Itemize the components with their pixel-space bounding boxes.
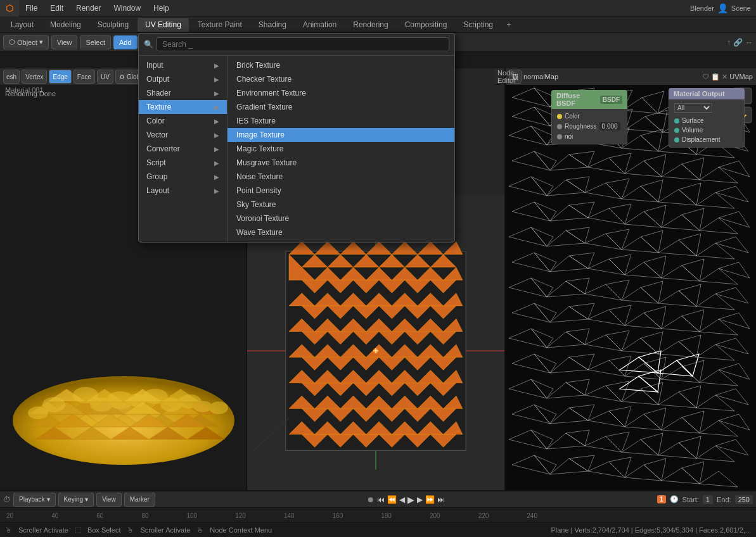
- view-button[interactable]: View: [51, 35, 78, 49]
- tab-uv-editing[interactable]: UV Editing: [138, 18, 189, 32]
- tab-layout[interactable]: Layout: [3, 18, 41, 32]
- texture-gradient[interactable]: Gradient Texture: [227, 100, 454, 114]
- add-workspace-button[interactable]: +: [502, 18, 516, 32]
- start-value[interactable]: 1: [703, 495, 713, 504]
- tab-animation[interactable]: Animation: [295, 18, 344, 32]
- current-frame[interactable]: 1: [657, 495, 666, 503]
- texture-submenu: Brick Texture Checker Texture Environmen…: [227, 56, 454, 242]
- category-color[interactable]: Color ▶: [139, 114, 227, 128]
- tab-sculpting[interactable]: Sculpting: [90, 18, 136, 32]
- texture-image[interactable]: Image Texture: [227, 128, 454, 142]
- next-frame-btn[interactable]: ⏩: [425, 495, 435, 504]
- end-value[interactable]: 250: [735, 495, 753, 504]
- texture-noise[interactable]: Noise Texture: [227, 170, 454, 184]
- top-menu-items: File Edit Render Window Help: [19, 0, 176, 16]
- texture-brick[interactable]: Brick Texture: [227, 58, 454, 72]
- tab-rendering[interactable]: Rendering: [345, 18, 395, 32]
- texture-voronoi[interactable]: Voronoi Texture: [227, 212, 454, 225]
- category-converter[interactable]: Converter ▶: [139, 142, 227, 156]
- color-socket[interactable]: [557, 114, 562, 119]
- status-scroller1: Scroller Activate: [18, 526, 68, 534]
- ruler-mark-1: 20: [6, 512, 13, 519]
- prev-keyframe-btn[interactable]: ◀: [399, 495, 405, 504]
- add-button[interactable]: Add: [113, 35, 138, 49]
- normalmap-uvmap-label: UVMap: [729, 73, 753, 80]
- timeline-view-button[interactable]: View: [96, 493, 122, 507]
- play-btn[interactable]: ▶: [407, 495, 414, 505]
- volume-socket[interactable]: [674, 128, 679, 133]
- tab-shading[interactable]: Shading: [251, 18, 294, 32]
- marker-button[interactable]: Marker: [124, 493, 155, 507]
- category-layout[interactable]: Layout ▶: [139, 184, 227, 198]
- ruler-mark-2: 40: [51, 512, 58, 519]
- surface-socket[interactable]: [674, 118, 679, 123]
- face-mode[interactable]: Face: [74, 70, 95, 84]
- svg-point-35: [90, 398, 113, 412]
- tab-modeling[interactable]: Modeling: [42, 18, 89, 32]
- menu-edit[interactable]: Edit: [44, 0, 70, 16]
- diffuse-bsdf-node[interactable]: Diffuse BSDF BSDF Color Roughness 0.000: [551, 90, 627, 144]
- node-editor-mode-label: Node Editor: [497, 69, 516, 84]
- uv-canvas-area[interactable]: [247, 212, 504, 490]
- record-btn[interactable]: ⏺: [367, 495, 375, 504]
- menu-render[interactable]: Render: [70, 0, 107, 16]
- ruler-mark-12: 240: [527, 512, 537, 519]
- normalmap-name: normalMap: [523, 73, 558, 80]
- prev-frame-btn[interactable]: ⏪: [387, 495, 397, 504]
- material-output-node[interactable]: Material Output All Surface: [669, 88, 745, 148]
- object-icon: ⬡: [9, 38, 15, 46]
- header-icon3: ↔: [745, 38, 753, 47]
- category-vector[interactable]: Vector ▶: [139, 128, 227, 142]
- keying-button[interactable]: Keying ▾: [58, 493, 94, 507]
- timeline-ruler[interactable]: 20 40 60 80 100 120 140 160 180 200 220 …: [0, 508, 756, 523]
- texture-magic[interactable]: Magic Texture: [227, 142, 454, 156]
- noi-socket[interactable]: [557, 134, 562, 139]
- status-bar: 🖱 Scroller Activate ⬚ Box Select 🖱 Scrol…: [0, 522, 756, 537]
- tab-compositing[interactable]: Compositing: [397, 18, 455, 32]
- mesh-selector[interactable]: esh: [3, 70, 20, 84]
- tab-scripting[interactable]: Scripting: [456, 18, 501, 32]
- select-button[interactable]: Select: [80, 35, 111, 49]
- next-keyframe-btn[interactable]: ▶: [417, 495, 423, 504]
- output-dropdown[interactable]: All: [674, 103, 712, 113]
- uv-mode[interactable]: UV: [97, 70, 113, 84]
- normalmap-close[interactable]: ✕: [722, 73, 727, 81]
- texture-ies[interactable]: IES Texture: [227, 114, 454, 128]
- category-input[interactable]: Input ▶: [139, 58, 227, 72]
- roughness-socket[interactable]: [557, 124, 562, 129]
- category-script[interactable]: Script ▶: [139, 156, 227, 170]
- menu-help[interactable]: Help: [147, 0, 176, 16]
- skip-start-btn[interactable]: ⏮: [377, 495, 385, 504]
- category-shader[interactable]: Shader ▶: [139, 86, 227, 100]
- playback-button[interactable]: Playback ▾: [13, 493, 56, 507]
- scene-selector[interactable]: Blender: [690, 4, 714, 12]
- edge-mode[interactable]: Edge: [49, 70, 71, 84]
- texture-checker[interactable]: Checker Texture: [227, 72, 454, 86]
- category-texture[interactable]: Texture ▶: [139, 100, 227, 114]
- texture-point-density[interactable]: Point Density: [227, 184, 454, 198]
- output-chevron: ▶: [214, 76, 219, 83]
- user-icon: 👤: [717, 3, 728, 13]
- global-icon: ⚙: [119, 73, 125, 80]
- script-chevron: ▶: [214, 160, 219, 167]
- skip-end-btn[interactable]: ⏭: [437, 495, 445, 504]
- top-right-icons: Blender 👤 Scene: [690, 3, 756, 13]
- add-menu-dropdown[interactable]: 🔍 Input ▶ Output ▶ Shader ▶ Texture ▶ Co…: [138, 33, 455, 243]
- displacement-socket[interactable]: [674, 137, 679, 142]
- texture-musgrave[interactable]: Musgrave Texture: [227, 156, 454, 170]
- texture-sky[interactable]: Sky Texture: [227, 198, 454, 212]
- normalmap-toolbar: 🖼 normalMap 🛡 📋 ✕ UVMap: [506, 68, 756, 85]
- vertex-mode[interactable]: Vertex: [22, 70, 47, 84]
- texture-wave[interactable]: Wave Texture: [227, 225, 454, 239]
- search-input[interactable]: [157, 37, 449, 51]
- menu-window[interactable]: Window: [107, 0, 147, 16]
- texture-environment[interactable]: Environment Texture: [227, 86, 454, 100]
- menu-file[interactable]: File: [19, 0, 44, 16]
- category-group[interactable]: Group ▶: [139, 170, 227, 184]
- ruler-mark-11: 220: [478, 512, 489, 519]
- roughness-value[interactable]: 0.000: [599, 122, 620, 130]
- diffuse-node-body: Color Roughness 0.000 noi: [551, 109, 627, 144]
- category-output[interactable]: Output ▶: [139, 72, 227, 86]
- editor-type-button[interactable]: ⬡ Object ▾: [3, 35, 49, 49]
- tab-texture-paint[interactable]: Texture Paint: [190, 18, 250, 32]
